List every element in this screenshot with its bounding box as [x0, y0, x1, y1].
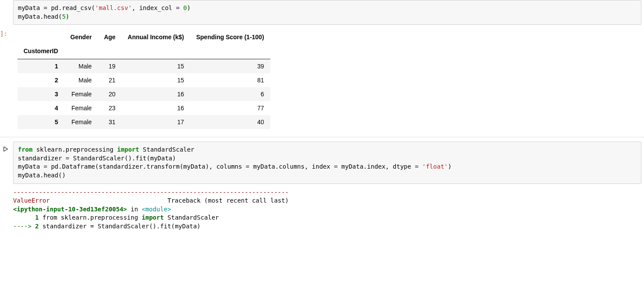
dataframe-table: Gender Age Annual Income (k$) Spending S… — [17, 30, 270, 129]
col-age: Age — [98, 30, 121, 44]
tb-dashes: ----------------------------------------… — [13, 188, 641, 197]
row-index: 3 — [17, 87, 64, 101]
code-cell-1[interactable]: myData = pd.read_csv('mall.csv', index_c… — [13, 0, 641, 25]
tb-l1-a: from sklearn.preprocessing — [39, 214, 142, 221]
cell-value: 17 — [122, 115, 190, 129]
tb-l1-num: 1 — [35, 214, 39, 221]
row-index: 2 — [17, 73, 64, 87]
dataframe-index-name-row: CustomerID — [17, 44, 270, 59]
cell-value: 16 — [122, 87, 190, 101]
dataframe-header-row: Gender Age Annual Income (k$) Spending S… — [17, 30, 270, 44]
cell-value: 16 — [122, 101, 190, 115]
code-cell-2-content: from sklearn.preprocessing import Standa… — [18, 146, 452, 179]
tb-l2-rest: standardizer = StandardScaler().fit(myDa… — [39, 223, 201, 230]
cell-value: 39 — [190, 59, 270, 74]
code-cell-1-content: myData = pd.read_csv('mall.csv', index_c… — [18, 4, 191, 20]
traceback-output: ----------------------------------------… — [13, 188, 641, 231]
cell-value: 81 — [190, 73, 270, 87]
cell-value: 19 — [98, 59, 121, 74]
row-index: 1 — [17, 59, 64, 74]
tb-error-name: ValueError — [13, 197, 50, 204]
tb-l1-pre — [13, 214, 35, 221]
cell-value: 77 — [190, 101, 270, 115]
cell-value: Male — [64, 73, 98, 87]
cell-value: 15 — [122, 73, 190, 87]
table-row: 2Male211581 — [17, 73, 270, 87]
cell-value: 40 — [190, 115, 270, 129]
table-row: 1Male191539 — [17, 59, 270, 74]
run-cell-icon[interactable] — [3, 146, 9, 152]
cell-value: 6 — [190, 87, 270, 101]
tb-l2-arrow: ----> — [13, 223, 35, 230]
cell-value: 23 — [98, 101, 121, 115]
row-index: 5 — [17, 115, 64, 129]
cell-value: Male — [64, 59, 98, 74]
cell-value: Female — [64, 115, 98, 129]
cell-value: Female — [64, 87, 98, 101]
row-index: 4 — [17, 101, 64, 115]
tb-tail: Traceback (most recent call last) — [167, 197, 289, 204]
cell-value: 21 — [98, 73, 121, 87]
output-prompt: ]: — [0, 30, 7, 37]
tb-module: <module> — [142, 206, 171, 213]
tb-l1-kw: import — [142, 214, 164, 221]
cell-divider — [0, 137, 644, 137]
index-name: CustomerID — [17, 44, 64, 59]
col-gender: Gender — [64, 30, 98, 44]
tb-l1-b: StandardScaler — [164, 214, 219, 221]
cell-value: 31 — [98, 115, 121, 129]
col-score: Spending Score (1-100) — [190, 30, 270, 44]
cell-value: 20 — [98, 87, 121, 101]
tb-l2-num: 2 — [35, 223, 39, 230]
dataframe-output: Gender Age Annual Income (k$) Spending S… — [17, 30, 644, 129]
cell-value: 15 — [122, 59, 190, 74]
tb-location: <ipython-input-10-3ed13ef20054> — [13, 206, 127, 213]
tb-in: in — [127, 206, 142, 213]
code-cell-2[interactable]: from sklearn.preprocessing import Standa… — [13, 142, 641, 183]
cell-value: Female — [64, 101, 98, 115]
tb-spacer — [50, 197, 167, 204]
col-income: Annual Income (k$) — [122, 30, 190, 44]
table-row: 5Female311740 — [17, 115, 270, 129]
table-row: 4Female231677 — [17, 101, 270, 115]
table-row: 3Female20166 — [17, 87, 270, 101]
